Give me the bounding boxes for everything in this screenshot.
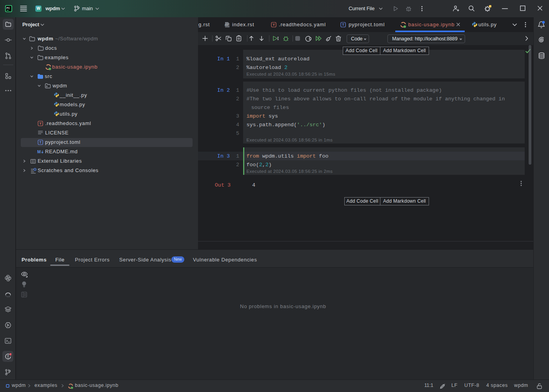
svg-text:T: T: [39, 140, 42, 144]
svg-text:PC: PC: [7, 7, 10, 9]
svg-text:T: T: [342, 23, 344, 27]
svg-text:Y: Y: [39, 122, 42, 125]
svg-text:M: M: [37, 149, 41, 154]
svg-text:Y: Y: [273, 23, 275, 27]
svg-text:RST: RST: [225, 24, 229, 26]
